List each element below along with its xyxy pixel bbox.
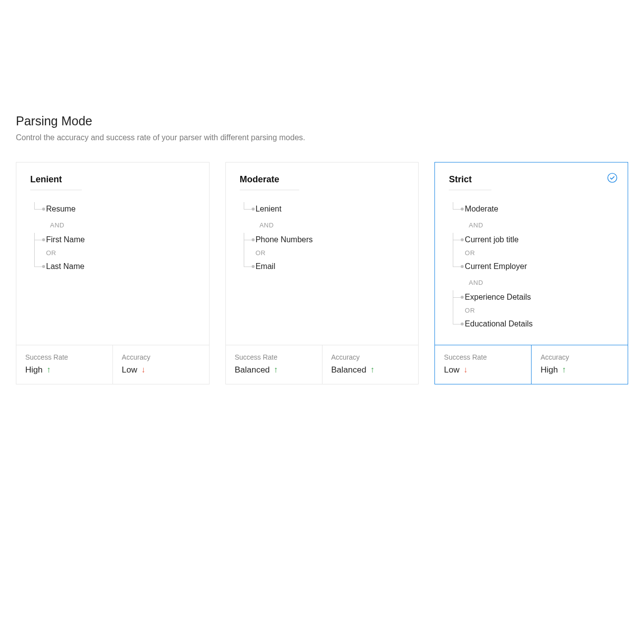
metric-text: Low [444, 365, 459, 375]
mode-cards: LenientResumeANDFirst NameORLast NameSuc… [16, 162, 628, 384]
operator-and: AND [240, 218, 405, 233]
operator-and: AND [449, 218, 614, 233]
metric-text: High [540, 365, 558, 375]
criteria-tree: LenientANDPhone NumbersOREmail [226, 190, 419, 345]
metric-label: Accuracy [122, 353, 200, 361]
criteria-group: Phone NumbersOREmail [240, 233, 405, 273]
mode-card-lenient[interactable]: LenientResumeANDFirst NameORLast NameSuc… [16, 162, 210, 384]
metric-label: Success Rate [235, 353, 313, 361]
accuracy-cell: AccuracyBalanced↑ [322, 345, 419, 384]
metric-text: Low [122, 365, 137, 375]
criteria-item: Moderate [465, 202, 614, 216]
metric-text: High [25, 365, 43, 375]
criteria-group: Experience DetailsOREducational Details [449, 290, 614, 331]
criteria-tree: ModerateANDCurrent job titleORCurrent Em… [435, 190, 628, 345]
operator-and: AND [30, 218, 195, 233]
metric-value: High↑ [25, 365, 104, 375]
success-cell: Success RateLow↓ [435, 345, 531, 384]
metric-value: Balanced↑ [235, 365, 313, 375]
section-description: Control the accuracy and success rate of… [16, 133, 628, 142]
criteria-item: Lenient [256, 202, 405, 216]
card-title: Strict [449, 174, 491, 190]
criteria-item: Email [256, 260, 405, 273]
criteria-group: Resume [30, 202, 195, 216]
metric-value: High↑ [540, 365, 619, 375]
check-circle-icon [607, 172, 618, 183]
mode-card-moderate[interactable]: ModerateLenientANDPhone NumbersOREmailSu… [225, 162, 419, 384]
accuracy-cell: AccuracyHigh↑ [531, 345, 628, 384]
success-cell: Success RateBalanced↑ [226, 345, 322, 384]
operator-or: OR [46, 247, 195, 260]
criteria-item: Resume [46, 202, 195, 216]
mode-card-strict[interactable]: StrictModerateANDCurrent job titleORCurr… [434, 162, 628, 384]
metric-value: Balanced↑ [331, 365, 410, 375]
criteria-item: Phone Numbers [256, 233, 405, 247]
criteria-item: Experience Details [465, 290, 614, 304]
arrow-up-icon: ↑ [47, 365, 51, 375]
metric-label: Success Rate [25, 353, 104, 361]
criteria-item: Educational Details [465, 317, 614, 331]
operator-and: AND [449, 275, 614, 290]
criteria-tree: ResumeANDFirst NameORLast Name [16, 190, 209, 345]
accuracy-cell: AccuracyLow↓ [112, 345, 209, 384]
arrow-up-icon: ↑ [274, 365, 278, 375]
card-footer: Success RateLow↓AccuracyHigh↑ [435, 345, 628, 384]
metric-label: Success Rate [444, 353, 522, 361]
arrow-up-icon: ↑ [562, 365, 566, 375]
metric-value: Low↓ [444, 365, 522, 375]
operator-or: OR [465, 247, 614, 260]
card-footer: Success RateBalanced↑AccuracyBalanced↑ [226, 345, 419, 384]
metric-label: Accuracy [331, 353, 410, 361]
criteria-group: First NameORLast Name [30, 233, 195, 273]
metric-text: Balanced [235, 365, 270, 375]
metric-value: Low↓ [122, 365, 200, 375]
card-footer: Success RateHigh↑AccuracyLow↓ [16, 345, 209, 384]
arrow-down-icon: ↓ [141, 365, 146, 375]
arrow-down-icon: ↓ [464, 365, 468, 375]
metric-label: Accuracy [540, 353, 619, 361]
operator-or: OR [256, 247, 405, 260]
card-title: Moderate [240, 174, 299, 190]
metric-text: Balanced [331, 365, 367, 375]
criteria-item: Current Employer [465, 260, 614, 273]
operator-or: OR [465, 304, 614, 317]
svg-point-0 [608, 173, 617, 182]
criteria-item: Current job title [465, 233, 614, 247]
section-title: Parsing Mode [16, 114, 628, 128]
success-cell: Success RateHigh↑ [16, 345, 112, 384]
criteria-group: Moderate [449, 202, 614, 216]
card-title: Lenient [30, 174, 82, 190]
criteria-item: First Name [46, 233, 195, 247]
criteria-group: Current job titleORCurrent Employer [449, 233, 614, 273]
criteria-group: Lenient [240, 202, 405, 216]
arrow-up-icon: ↑ [370, 365, 375, 375]
criteria-item: Last Name [46, 260, 195, 273]
